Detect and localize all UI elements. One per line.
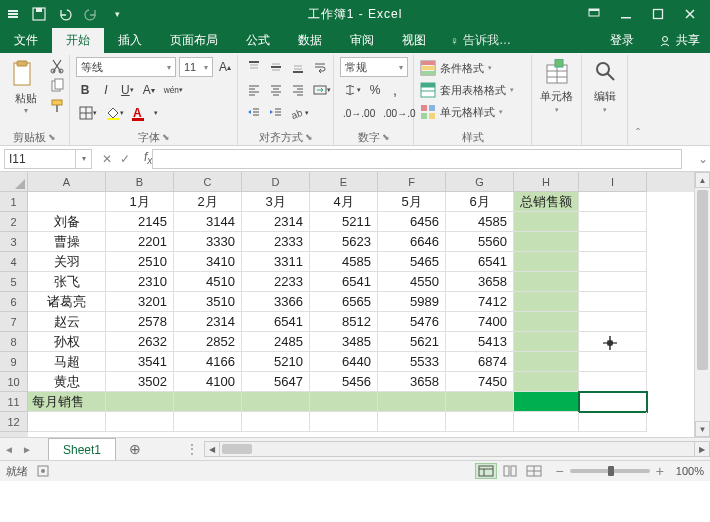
maximize-icon[interactable]: [648, 4, 668, 24]
ribbon-options-icon[interactable]: [584, 4, 604, 24]
cell[interactable]: 6874: [446, 352, 514, 372]
cell[interactable]: 4585: [310, 252, 378, 272]
row-header[interactable]: 7: [0, 312, 28, 332]
cell[interactable]: 2145: [106, 212, 174, 232]
sheet-tab[interactable]: Sheet1: [48, 438, 116, 460]
cell[interactable]: [310, 392, 378, 412]
cell[interactable]: 刘备: [28, 212, 106, 232]
align-right-icon[interactable]: [288, 80, 308, 100]
cell[interactable]: 黄忠: [28, 372, 106, 392]
cell[interactable]: 3月: [242, 192, 310, 212]
cell-styles-button[interactable]: 单元格样式▾: [420, 101, 503, 123]
cell[interactable]: 6456: [378, 212, 446, 232]
name-box-dropdown[interactable]: ▾: [76, 149, 92, 169]
column-header[interactable]: G: [446, 172, 514, 192]
row-header[interactable]: 5: [0, 272, 28, 292]
cell[interactable]: 5989: [378, 292, 446, 312]
cell[interactable]: 5647: [242, 372, 310, 392]
zoom-in-icon[interactable]: +: [656, 463, 664, 479]
sheet-nav-next-icon[interactable]: ►: [18, 444, 36, 455]
cell[interactable]: [579, 292, 647, 312]
decrease-decimal-icon[interactable]: .00→.0: [380, 103, 418, 123]
enter-formula-icon[interactable]: ✓: [120, 152, 130, 166]
cell[interactable]: 6541: [242, 312, 310, 332]
scroll-down-icon[interactable]: ▼: [695, 421, 710, 437]
cell[interactable]: [579, 352, 647, 372]
fill-color-icon[interactable]: ▾: [103, 103, 127, 123]
cell[interactable]: 8512: [310, 312, 378, 332]
cell[interactable]: 3201: [106, 292, 174, 312]
cell[interactable]: 5211: [310, 212, 378, 232]
cell[interactable]: 关羽: [28, 252, 106, 272]
cell[interactable]: [514, 392, 579, 412]
undo-icon[interactable]: [56, 5, 74, 23]
tab-view[interactable]: 视图: [388, 28, 440, 53]
zoom-value[interactable]: 100%: [676, 465, 704, 477]
cell[interactable]: 5476: [378, 312, 446, 332]
shrink-font-icon[interactable]: A▾: [140, 80, 158, 100]
cell[interactable]: 3510: [174, 292, 242, 312]
number-launcher-icon[interactable]: ⬊: [382, 132, 390, 142]
save-icon[interactable]: [30, 5, 48, 23]
close-icon[interactable]: [680, 4, 700, 24]
row-header[interactable]: 6: [0, 292, 28, 312]
row-header[interactable]: 10: [0, 372, 28, 392]
cell[interactable]: [378, 412, 446, 432]
cell[interactable]: 曹操: [28, 232, 106, 252]
tell-me[interactable]: ♀ 告诉我…: [440, 28, 521, 53]
column-header[interactable]: B: [106, 172, 174, 192]
select-all-button[interactable]: [0, 172, 28, 192]
scroll-up-icon[interactable]: ▲: [695, 172, 710, 188]
tab-formulas[interactable]: 公式: [232, 28, 284, 53]
wrap-text-icon[interactable]: [310, 57, 330, 77]
grow-font-icon[interactable]: A▴: [216, 57, 234, 77]
phonetic-icon[interactable]: wén▾: [161, 80, 186, 100]
cell[interactable]: 5621: [378, 332, 446, 352]
cell[interactable]: 张飞: [28, 272, 106, 292]
cell[interactable]: 3658: [446, 272, 514, 292]
editing-button[interactable]: 编辑▾: [593, 59, 617, 114]
sheet-nav-prev-icon[interactable]: ◄: [0, 444, 18, 455]
italic-icon[interactable]: I: [97, 80, 115, 100]
cell[interactable]: 5560: [446, 232, 514, 252]
row-header[interactable]: 12: [0, 412, 28, 432]
tab-home[interactable]: 开始: [52, 28, 104, 53]
cell[interactable]: 2月: [174, 192, 242, 212]
cell[interactable]: [579, 332, 647, 352]
copy-icon[interactable]: [48, 77, 66, 95]
cell[interactable]: [446, 412, 514, 432]
conditional-format-button[interactable]: 条件格式▾: [420, 57, 492, 79]
cell[interactable]: [514, 252, 579, 272]
align-center-icon[interactable]: [266, 80, 286, 100]
zoom-out-icon[interactable]: −: [555, 463, 563, 479]
cell[interactable]: [579, 412, 647, 432]
font-color-icon[interactable]: A▾: [130, 103, 161, 123]
cell[interactable]: [514, 412, 579, 432]
cell[interactable]: 5210: [242, 352, 310, 372]
cell[interactable]: 3541: [106, 352, 174, 372]
cell[interactable]: 马超: [28, 352, 106, 372]
tab-insert[interactable]: 插入: [104, 28, 156, 53]
cell[interactable]: [174, 392, 242, 412]
cell[interactable]: 3658: [378, 372, 446, 392]
cell[interactable]: 诸葛亮: [28, 292, 106, 312]
bold-icon[interactable]: B: [76, 80, 94, 100]
row-header[interactable]: 3: [0, 232, 28, 252]
cell[interactable]: 3485: [310, 332, 378, 352]
cell[interactable]: [446, 392, 514, 412]
row-header[interactable]: 4: [0, 252, 28, 272]
macro-record-icon[interactable]: [36, 464, 50, 478]
vscroll-thumb[interactable]: [697, 190, 708, 370]
cell[interactable]: [514, 372, 579, 392]
cell[interactable]: [514, 352, 579, 372]
cell[interactable]: 5623: [310, 232, 378, 252]
page-break-view-icon[interactable]: [523, 463, 545, 479]
cell[interactable]: [378, 392, 446, 412]
cells-button[interactable]: 单元格▾: [540, 59, 573, 114]
row-header[interactable]: 9: [0, 352, 28, 372]
cell[interactable]: 3311: [242, 252, 310, 272]
cell[interactable]: 4510: [174, 272, 242, 292]
column-header[interactable]: A: [28, 172, 106, 192]
cell[interactable]: 每月销售: [28, 392, 106, 412]
cell[interactable]: 2233: [242, 272, 310, 292]
